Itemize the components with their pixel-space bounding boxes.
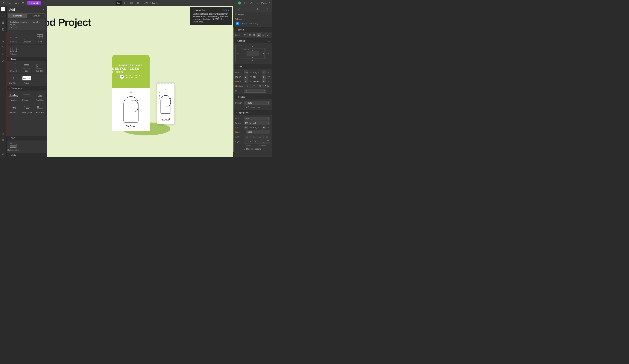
color-input[interactable] (247, 130, 270, 134)
element-button[interactable]: BUTTONButton (20, 74, 33, 86)
overflow-auto[interactable]: Auto (264, 84, 270, 88)
position-section-header[interactable]: Position (234, 95, 272, 99)
align-left[interactable] (244, 135, 251, 139)
deco-strike[interactable]: T (258, 140, 262, 143)
element-block-quote[interactable]: ❝Block Quote (20, 103, 33, 115)
device-mobile-button[interactable] (135, 1, 141, 5)
element-rich-text[interactable]: Rich Text (33, 103, 47, 115)
section-typography[interactable]: Typography (7, 86, 47, 91)
style-tab-icon[interactable] (237, 8, 240, 10)
design-canvas[interactable]: od Project BIODEGRADABLE DENTAL FLOSS PI… (47, 6, 233, 157)
search-icon[interactable] (1, 138, 5, 142)
tab-layouts[interactable]: Layouts (27, 14, 45, 18)
weight-select[interactable]: 400 - Normal⇅ (244, 121, 270, 125)
overflow-scroll[interactable] (257, 84, 264, 88)
element-section[interactable]: Section (7, 32, 20, 45)
navigator-icon[interactable] (1, 21, 5, 25)
cms-icon[interactable] (1, 39, 5, 43)
element-container[interactable]: Container (20, 32, 33, 45)
element-columns[interactable]: Columns (7, 45, 20, 57)
preview-icon[interactable] (22, 1, 24, 4)
symbols-icon[interactable] (1, 14, 5, 18)
device-tablet-button[interactable] (122, 1, 128, 5)
section-basic[interactable]: Basic (7, 57, 47, 61)
class-selector-input[interactable]: + Select a Class or Tag (235, 21, 270, 26)
layout-section-header[interactable]: Layout (234, 27, 272, 32)
element-list[interactable]: List (20, 61, 33, 74)
code-icon[interactable] (243, 1, 248, 5)
product-sachet[interactable]: ▸ open Oh Good PROJECT (157, 83, 174, 124)
page-heading[interactable]: od Project (47, 16, 91, 28)
video-help-icon[interactable] (1, 131, 5, 136)
add-elements-icon[interactable]: + (1, 7, 5, 11)
maxw-input[interactable] (244, 80, 248, 83)
fit-select[interactable]: Fill⇅ (244, 89, 266, 92)
interactions-tab-icon[interactable] (266, 8, 268, 10)
element-div-block[interactable]: Div Block (7, 61, 20, 74)
minw-input[interactable] (244, 75, 248, 79)
upgrade-button[interactable]: ↑ Upgrade (27, 1, 41, 5)
close-icon[interactable]: ✕ (42, 8, 44, 11)
assets-icon[interactable] (1, 52, 5, 56)
fit-more-icon[interactable]: ⋯ (267, 90, 270, 92)
margin-top[interactable]: 0 (252, 46, 253, 48)
audit-icon[interactable] (1, 145, 5, 149)
font-select[interactable]: Arial⇅ (244, 117, 270, 120)
spacing-editor[interactable]: MARGIN PADDING 0 0 0 0 0 0 0 0 (235, 45, 270, 62)
display-inline-block[interactable]: ▯A▯ (257, 33, 261, 37)
align-right[interactable] (257, 135, 264, 139)
minh-unit[interactable]: PX (267, 76, 270, 78)
element-paragraph[interactable]: Paragraph (20, 91, 33, 103)
element-grid[interactable]: Grid (33, 32, 47, 45)
maxh-unit[interactable]: - (267, 81, 270, 82)
section-media[interactable]: Media (6, 153, 47, 157)
margin-right[interactable]: 0 (268, 53, 269, 54)
size-section-header[interactable]: Size (234, 64, 272, 69)
style-manager-tab-icon[interactable] (256, 8, 259, 10)
page-name[interactable]: Home (14, 2, 19, 4)
notice-dismiss-link[interactable]: Ok, got it (9, 26, 17, 28)
undo-icon[interactable] (225, 1, 230, 5)
product-tube[interactable]: BIODEGRADABLE DENTAL FLOSS PICKS 45 INDI… (112, 55, 150, 124)
minw-unit[interactable]: PX (249, 76, 253, 78)
line-height-unit[interactable]: PX (267, 127, 270, 128)
float-clear-toggle[interactable]: ▸Float and clear (235, 105, 270, 109)
settings-tab-icon[interactable] (247, 8, 249, 10)
overflow-visible[interactable] (244, 84, 251, 88)
settings-icon[interactable] (1, 59, 5, 63)
deco-overline[interactable]: T (266, 140, 270, 143)
more-type-toggle[interactable]: ▸More type options (235, 147, 270, 151)
height-input[interactable] (262, 71, 266, 74)
spacing-section-header[interactable]: Spacing⛶ (234, 39, 272, 43)
minh-input[interactable] (262, 75, 266, 79)
maxw-unit[interactable]: % (249, 81, 253, 82)
share-icon[interactable] (255, 1, 260, 5)
width-input[interactable] (244, 71, 248, 74)
style-normal[interactable]: I (244, 140, 248, 143)
display-inline[interactable]: |A| (261, 33, 266, 37)
webflow-logo-icon[interactable] (1, 1, 5, 5)
align-justify[interactable] (264, 135, 270, 139)
display-flex[interactable] (248, 33, 252, 37)
try-now-link[interactable]: Try Now (222, 9, 229, 12)
section-cms[interactable]: CMS (6, 136, 47, 140)
status-check-icon[interactable]: ✓ (237, 1, 242, 5)
spacing-expand-icon[interactable]: ⛶ (268, 40, 270, 42)
line-height-input[interactable] (262, 126, 266, 129)
publish-button[interactable]: Publish ▾ (261, 2, 270, 4)
style-italic[interactable]: I (248, 140, 253, 143)
export-icon[interactable] (249, 1, 254, 5)
ecommerce-icon[interactable] (1, 45, 5, 49)
text-size-input[interactable] (244, 126, 248, 129)
help-icon[interactable]: ? (1, 152, 5, 156)
padding-bottom[interactable]: 0 (252, 57, 253, 58)
element-link-block[interactable]: Link Block (7, 74, 20, 86)
typography-section-header[interactable]: Typography (234, 110, 272, 115)
pages-icon[interactable] (1, 27, 5, 31)
element-text-block[interactable]: TextText Block (7, 103, 20, 115)
position-select[interactable]: ✕Static⇅ (244, 101, 270, 105)
element-collection-list[interactable]: Collection List (6, 140, 20, 153)
drag-handle-icon[interactable]: ⋮ (112, 2, 114, 4)
element-text-link[interactable]: LinkText Link (33, 91, 47, 103)
margin-bottom[interactable]: 0 (252, 60, 253, 62)
